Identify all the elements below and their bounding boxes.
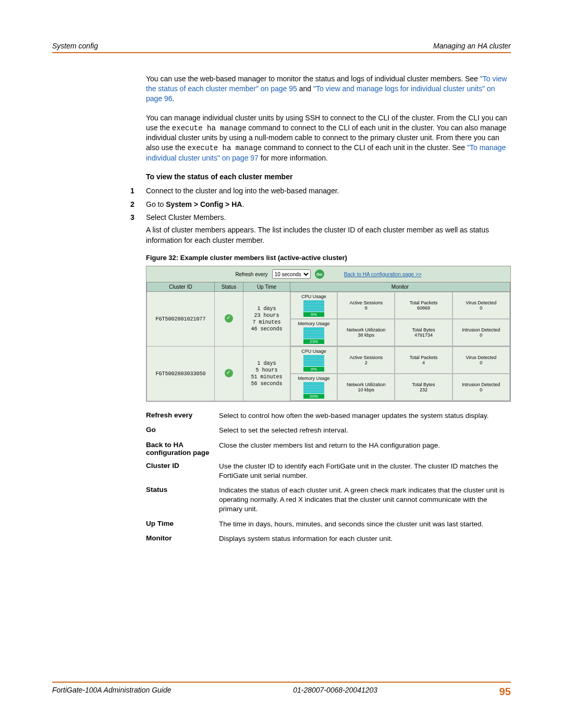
definitions: Refresh everySelect to control how often… <box>146 411 511 544</box>
active-sessions: Active Sessions8 <box>337 292 395 319</box>
refresh-label: Refresh every <box>235 272 267 277</box>
section-heading: To view the status of each cluster membe… <box>146 172 511 181</box>
definition-row: StatusIndicates the status of each clust… <box>146 486 511 514</box>
cell-uptime: 1 days23 hours7 minutes46 seconds <box>243 292 290 347</box>
virus-detected: Virus Detected0 <box>452 292 510 319</box>
cluster-table: Cluster ID Status Up Time Monitor FGT500… <box>146 282 510 401</box>
definition-term: Monitor <box>146 534 219 544</box>
memory-usage-gauge: Memory Usage20% <box>290 374 337 401</box>
definition-term: Go <box>146 426 219 435</box>
page-footer: FortiGate-100A Administration Guide 01-2… <box>52 682 511 698</box>
network-utilization: Network Utilization10 kbps <box>337 374 395 401</box>
definition-desc: The time in days, hours, minutes, and se… <box>219 520 511 529</box>
step-text: Go to System > Config > HA. <box>146 200 511 210</box>
definition-term: Refresh every <box>146 411 219 421</box>
page-header: System config Managing an HA cluster <box>52 42 511 50</box>
step-text: Select Cluster Members. A list of cluste… <box>146 213 511 245</box>
cli-command-1: execute ha manage <box>172 124 247 132</box>
paragraph-2: You can manage individual cluster units … <box>146 113 511 163</box>
virus-detected: Virus Detected0 <box>452 347 510 374</box>
definition-desc: Select to control how often the web-base… <box>219 411 511 421</box>
definition-desc: Close the cluster members list and retur… <box>219 441 511 456</box>
step-2: 2 Go to System > Config > HA. <box>130 200 511 210</box>
step-1: 1 Connect to the cluster and log into th… <box>130 186 511 196</box>
definition-desc: Displays system status information for e… <box>219 534 511 544</box>
table-row: FGT50028010210771 days23 hours7 minutes4… <box>147 292 510 347</box>
step-num: 1 <box>130 186 146 196</box>
cpu-usage-gauge: CPU Usage0% <box>290 347 337 374</box>
cell-status <box>215 292 243 347</box>
definition-row: Up TimeThe time in days, hours, minutes,… <box>146 520 511 529</box>
step-num: 2 <box>130 200 146 210</box>
definition-row: Refresh everySelect to control how often… <box>146 411 511 421</box>
total-packets: Total Packets60868 <box>395 292 452 319</box>
header-left: System config <box>52 42 98 50</box>
header-rule <box>52 52 511 53</box>
screenshot-toolbar: Refresh every 10 seconds Go Back to HA c… <box>146 266 510 282</box>
status-ok-icon <box>225 369 233 377</box>
cell-monitor: CPU Usage0%Active Sessions8Total Packets… <box>290 292 510 347</box>
col-status: Status <box>215 282 243 292</box>
total-bytes: Total Bytes4791734 <box>395 319 452 346</box>
definition-desc: Use the cluster ID to identify each Fort… <box>219 462 511 480</box>
table-header-row: Cluster ID Status Up Time Monitor <box>147 282 510 292</box>
definition-term: Back to HA configuration page <box>146 441 219 456</box>
go-button[interactable]: Go <box>315 269 324 279</box>
cell-status <box>215 347 243 401</box>
definition-row: Back to HA configuration pageClose the c… <box>146 441 511 456</box>
step-3: 3 Select Cluster Members. A list of clus… <box>130 213 511 245</box>
page-number: 95 <box>499 686 511 698</box>
active-sessions: Active Sessions2 <box>337 347 395 374</box>
header-right: Managing an HA cluster <box>433 42 511 50</box>
cell-uptime: 1 days5 hours51 minutes56 seconds <box>243 347 290 401</box>
definition-desc: Indicates the status of each cluster uni… <box>219 486 511 514</box>
definition-term: Status <box>146 486 219 514</box>
col-monitor: Monitor <box>290 282 510 292</box>
intrusion-detected: Intrusion Detected0 <box>452 319 510 346</box>
memory-usage-gauge: Memory Usage23% <box>290 319 337 346</box>
definition-row: GoSelect to set the selected refresh int… <box>146 426 511 435</box>
cell-cluster-id: FGT5002803033050 <box>147 347 215 401</box>
figure-caption: Figure 32: Example cluster members list … <box>146 254 511 262</box>
footer-rule <box>52 682 511 683</box>
col-uptime: Up Time <box>243 282 290 292</box>
col-cluster-id: Cluster ID <box>147 282 215 292</box>
back-to-ha-link[interactable]: Back to HA configuration page >> <box>344 272 422 277</box>
network-utilization: Network Utilization38 kbps <box>337 319 395 346</box>
step-num: 3 <box>130 213 146 245</box>
total-packets: Total Packets4 <box>395 347 452 374</box>
refresh-interval-select[interactable]: 10 seconds <box>272 269 311 279</box>
footer-left: FortiGate-100A Administration Guide <box>52 686 172 698</box>
table-row: FGT50028030330501 days5 hours51 minutes5… <box>147 347 510 401</box>
definition-desc: Select to set the selected refresh inter… <box>219 426 511 435</box>
intrusion-detected: Intrusion Detected0 <box>452 374 510 401</box>
cell-cluster-id: FGT5002801021077 <box>147 292 215 347</box>
status-ok-icon <box>225 314 233 323</box>
cli-command-2: execute ha manage <box>187 144 262 152</box>
cluster-members-screenshot: Refresh every 10 seconds Go Back to HA c… <box>146 266 511 402</box>
definition-row: Cluster IDUse the cluster ID to identify… <box>146 462 511 480</box>
total-bytes: Total Bytes232 <box>395 374 452 401</box>
footer-center: 01-28007-0068-20041203 <box>293 686 377 698</box>
cell-monitor: CPU Usage0%Active Sessions2Total Packets… <box>290 347 510 401</box>
step-text: Connect to the cluster and log into the … <box>146 186 511 196</box>
paragraph-1: You can use the web-based manager to mon… <box>146 74 511 104</box>
cpu-usage-gauge: CPU Usage0% <box>290 292 337 319</box>
definition-term: Up Time <box>146 520 219 529</box>
definition-term: Cluster ID <box>146 462 219 480</box>
definition-row: MonitorDisplays system status informatio… <box>146 534 511 544</box>
